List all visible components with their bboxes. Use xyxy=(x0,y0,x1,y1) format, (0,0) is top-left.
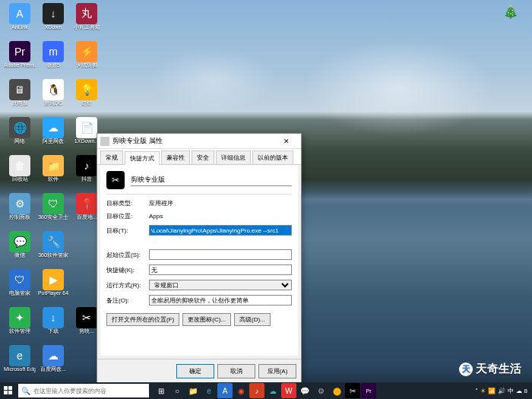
tab-1[interactable]: 快捷方式 xyxy=(125,151,160,165)
desktop-icon[interactable]: 💡灯灯 xyxy=(70,79,103,116)
task-view-icon[interactable]: ⊞ xyxy=(154,383,169,398)
desktop[interactable]: 🎄 AAnLink↓XDown丸小丸工具箱PrAdobe Premi...m傲游… xyxy=(0,0,532,399)
desktop-icon[interactable]: 📁软件 xyxy=(36,155,70,192)
icon-label: XDown xyxy=(45,24,62,30)
runmode-label: 运行方式(R): xyxy=(106,281,146,290)
explorer-icon[interactable]: 📁 xyxy=(185,383,201,398)
app-icon-3[interactable]: ♪ xyxy=(249,383,264,398)
search-input[interactable] xyxy=(33,388,146,394)
tray-weather-icon[interactable]: ☀ xyxy=(480,388,486,394)
desktop-icon[interactable]: 🔧360软件管家 xyxy=(36,231,70,268)
shortcut-input[interactable] xyxy=(149,264,292,275)
startin-input[interactable] xyxy=(149,249,292,260)
desktop-icon[interactable]: 丸小丸工具箱 xyxy=(70,3,103,40)
taskbar-search[interactable]: 🔍 xyxy=(18,384,149,397)
desktop-icon[interactable]: ☁阿里网盘 xyxy=(36,117,70,154)
taskbar-apps: ⊞ ○ 📁 e A ◉ ♪ ☁ W 💬 ⚙ ⬤ ✂ Pr xyxy=(150,383,470,398)
app-icon: 🗑 xyxy=(9,155,30,176)
app-icon-7[interactable]: ⚙ xyxy=(313,383,328,398)
app-icon-6[interactable]: 💬 xyxy=(297,383,312,398)
app-icon: ♪ xyxy=(76,155,97,176)
watermark: 天 天奇生活 xyxy=(459,362,521,376)
desktop-icon[interactable]: ↓下载 xyxy=(36,307,70,344)
desktop-icon[interactable]: 🗑回收站 xyxy=(3,155,36,192)
tray-volume-icon[interactable]: 🔊 xyxy=(498,388,505,394)
close-button[interactable]: ✕ xyxy=(275,138,298,145)
change-icon-button[interactable]: 更改图标(C)... xyxy=(182,313,231,326)
tab-3[interactable]: 安全 xyxy=(192,150,214,164)
icon-label: 微信 xyxy=(14,252,25,258)
app-icon: 📄 xyxy=(76,117,97,138)
desktop-icon[interactable]: PrAdobe Premi... xyxy=(3,41,36,78)
edge-icon[interactable]: e xyxy=(201,383,217,398)
desktop-icon[interactable]: 💬微信 xyxy=(3,231,36,268)
tray-up-icon[interactable]: ˄ xyxy=(475,388,478,394)
advanced-button[interactable]: 高级(D)... xyxy=(234,313,271,326)
runmode-select[interactable]: 常规窗口 xyxy=(149,280,292,290)
app-name-input[interactable] xyxy=(131,175,292,186)
icon-label: 360软件管家 xyxy=(38,252,68,258)
tree-decoration: 🎄 xyxy=(503,5,518,19)
tray-network-icon[interactable]: 📶 xyxy=(488,388,496,394)
dialog-footer: 确定 取消 应用(A) xyxy=(97,359,301,383)
open-location-button[interactable]: 打开文件所在的位置(F) xyxy=(106,313,179,326)
app-icon-4[interactable]: ☁ xyxy=(265,383,280,398)
tray-ime-icon[interactable]: 中 xyxy=(508,387,514,395)
app-icon-10[interactable]: Pr xyxy=(361,383,376,398)
tray-time[interactable]: 8 xyxy=(524,388,527,394)
dialog-titlebar[interactable]: 剪映专业版 属性 ✕ xyxy=(97,134,301,149)
app-icon: 🖥 xyxy=(9,79,30,100)
target-label: 目标(T): xyxy=(106,226,146,235)
comment-label: 备注(O): xyxy=(106,296,146,305)
desktop-icon[interactable]: ☁百度网盘... xyxy=(36,345,70,382)
target-row: 目标(T): xyxy=(106,225,292,236)
tab-0[interactable]: 常规 xyxy=(100,150,123,164)
icon-label: 剪映... xyxy=(79,328,94,334)
icon-label: 1XDown... xyxy=(74,138,99,144)
desktop-icon[interactable]: AAnLink xyxy=(3,3,36,40)
desktop-icon[interactable]: ✦软件管理 xyxy=(3,307,36,344)
desktop-icon[interactable]: 🐧腾讯QQ xyxy=(36,79,70,116)
tab-2[interactable]: 兼容性 xyxy=(161,150,190,164)
app-icon: 🐧 xyxy=(43,79,64,100)
tab-5[interactable]: 以前的版本 xyxy=(252,150,293,164)
desktop-icon[interactable]: 🛡360安全卫士 xyxy=(36,193,70,230)
ok-button[interactable]: 确定 xyxy=(176,364,214,378)
desktop-icon[interactable]: 🖥此电脑 xyxy=(3,79,36,116)
cortana-icon[interactable]: ○ xyxy=(169,383,185,398)
app-icon: ✂ xyxy=(106,171,125,189)
icon-label: 傲游5 xyxy=(46,62,60,68)
tab-4[interactable]: 详细信息 xyxy=(216,150,251,164)
app-icon: 💬 xyxy=(9,231,30,252)
app-icon-5[interactable]: W xyxy=(281,383,296,398)
icon-label: 回收站 xyxy=(12,176,28,182)
desktop-icon[interactable]: ▶PotPlayer 64 xyxy=(36,269,70,306)
target-input[interactable] xyxy=(149,225,292,236)
cancel-button[interactable]: 取消 xyxy=(217,364,255,378)
icon-label: 小丸工具箱 xyxy=(74,24,100,30)
app-icon: ▶ xyxy=(43,269,64,290)
dialog-tabs: 常规快捷方式兼容性安全详细信息以前的版本 xyxy=(97,149,301,165)
start-button[interactable] xyxy=(0,382,17,399)
app-icon-1[interactable]: A xyxy=(217,383,233,398)
tray-cloud-icon[interactable]: ☁ xyxy=(516,388,522,394)
desktop-icon[interactable]: ↓XDown xyxy=(36,3,70,40)
desktop-icon[interactable]: ⚡火绒防御 xyxy=(70,41,103,78)
desktop-icon[interactable]: eMicrosoft Edge xyxy=(3,345,36,382)
watermark-logo-icon: 天 xyxy=(459,363,473,376)
app-icon-8[interactable]: ⬤ xyxy=(329,383,344,398)
app-icon-9[interactable]: ✂ xyxy=(345,383,360,398)
icon-label: 灯灯 xyxy=(81,100,92,106)
action-buttons-row: 打开文件所在的位置(F) 更改图标(C)... 高级(D)... xyxy=(106,313,292,326)
comment-input[interactable] xyxy=(149,295,292,306)
app-icon-2[interactable]: ◉ xyxy=(233,383,249,398)
icon-label: 百度网盘... xyxy=(40,366,66,372)
startin-label: 起始位置(S): xyxy=(106,251,146,259)
desktop-icon[interactable]: 🌐网络 xyxy=(3,117,36,154)
desktop-icon[interactable]: ⚙控制面板 xyxy=(3,193,36,230)
icon-label: 腾讯QQ xyxy=(44,100,63,106)
desktop-icon[interactable]: m傲游5 xyxy=(36,41,70,78)
apply-button[interactable]: 应用(A) xyxy=(258,364,296,378)
icon-label: AnLink xyxy=(11,24,27,30)
desktop-icon[interactable]: 🛡电脑管家 xyxy=(3,269,36,306)
